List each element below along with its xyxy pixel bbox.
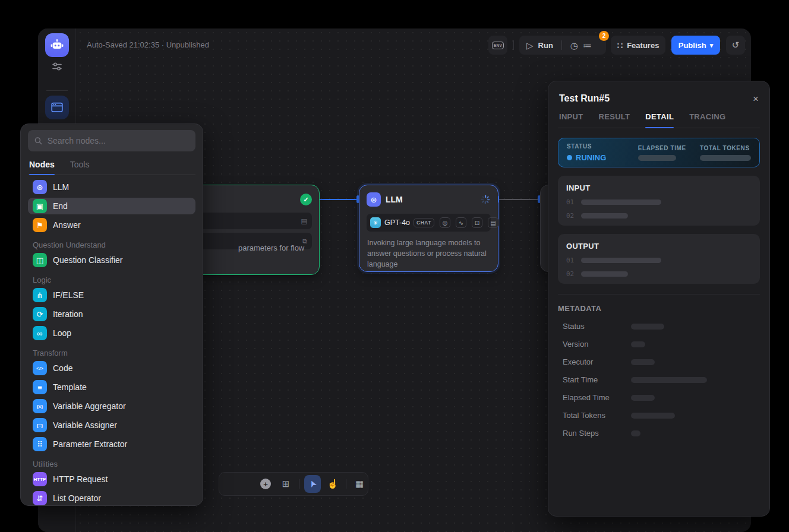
llm-node[interactable]: ⊛ LLM ✳ GPT-4o — [359, 185, 498, 272]
item-label: Variable Aggregator — [53, 401, 126, 411]
palette-item-llm[interactable]: ⊛ LLM — [28, 179, 195, 195]
start-node-description: parameters for flow — [238, 242, 314, 254]
item-label: List Operator — [53, 493, 101, 503]
list-operator-icon: ⇵ — [33, 491, 47, 505]
item-label: Answer — [53, 220, 81, 230]
metadata-label: METADATA — [558, 304, 760, 313]
hand-mode-button[interactable]: ☝ — [324, 475, 341, 493]
run-button[interactable]: Run — [538, 41, 553, 50]
code-icon: </> — [33, 361, 47, 375]
palette-item-answer[interactable]: ⚑ Answer — [28, 217, 195, 233]
skeleton-bar — [631, 359, 655, 365]
publish-label: Publish — [678, 41, 706, 50]
section-question-understand: Question Understand — [28, 240, 195, 249]
hand-icon: ☝ — [327, 479, 339, 489]
env-variables-button[interactable]: ENV — [488, 36, 507, 55]
palette-item-code[interactable]: </> Code — [28, 360, 195, 376]
llm-icon: ⊛ — [367, 192, 381, 207]
loading-spinner-icon — [480, 194, 491, 205]
tab-input[interactable]: INPUT — [559, 112, 583, 128]
section-utilities: Utilities — [28, 460, 195, 468]
loop-icon: ∞ — [33, 326, 47, 340]
metadata-key: Run Steps — [563, 429, 631, 438]
note-icon: ⊞ — [282, 479, 290, 489]
item-label: LLM — [53, 182, 69, 192]
output-label: OUTPUT — [566, 242, 752, 251]
line-number: 02 — [566, 270, 574, 278]
preferences-sliders-icon[interactable] — [51, 61, 63, 72]
play-icon: ▷ — [526, 41, 534, 50]
preview-panel-button[interactable] — [45, 96, 69, 119]
video-icon: ⊡ — [472, 217, 482, 228]
toolbar-divider — [346, 479, 346, 489]
item-label: IF/ELSE — [53, 290, 84, 300]
answer-icon: ⚑ — [33, 218, 47, 232]
features-button[interactable]: ∷ Features — [611, 36, 665, 55]
tab-nodes[interactable]: Nodes — [29, 160, 55, 175]
run-history-icon[interactable]: ◷ — [570, 41, 578, 50]
status-value: RUNING — [567, 153, 638, 162]
palette-item-iteration[interactable]: ⟳ Iteration — [28, 306, 195, 322]
run-panel-tabs: INPUT RESULT DETAIL TRACING — [558, 112, 760, 128]
search-input[interactable] — [48, 136, 190, 145]
variable-aggregator-icon: {x} — [33, 399, 47, 413]
organize-nodes-button[interactable]: ▦ — [351, 475, 368, 493]
skeleton-bar — [700, 155, 751, 161]
metadata-key: Status — [563, 322, 631, 331]
metadata-row: Total Tokens — [558, 411, 760, 420]
version-history-button[interactable]: ↺ — [726, 36, 745, 55]
start-field-row[interactable]: ▤ — [188, 213, 312, 229]
item-label: Code — [53, 363, 72, 373]
tab-detail[interactable]: DETAIL — [645, 112, 674, 128]
input-label: INPUT — [566, 183, 752, 192]
tab-tools[interactable]: Tools — [70, 160, 90, 175]
search-box[interactable] — [28, 130, 195, 151]
skeleton-bar — [631, 341, 645, 347]
palette-item-question-classifier[interactable]: ◫ Question Classifier — [28, 252, 195, 268]
palette-item-list-operator[interactable]: ⇵ List Operator — [28, 490, 195, 506]
line-number: 01 — [566, 198, 574, 206]
edge-llm-to-end — [499, 199, 538, 200]
metadata-row: Run Steps — [558, 429, 760, 438]
publish-button[interactable]: Publish ▾ — [671, 36, 720, 55]
chevron-down-icon: ▾ — [710, 42, 714, 49]
palette-item-http-request[interactable]: HTTP HTTP Request — [28, 471, 195, 487]
pointer-mode-button[interactable]: ➤ — [304, 475, 321, 493]
robot-icon — [50, 38, 64, 52]
palette-item-variable-aggregator[interactable]: {x} Variable Aggregator — [28, 398, 195, 414]
palette-item-parameter-extractor[interactable]: ⠿ Parameter Extractor — [28, 436, 195, 452]
edge-start-to-llm — [320, 199, 359, 200]
metadata-key: Total Tokens — [563, 411, 631, 420]
section-logic: Logic — [28, 276, 195, 284]
panel-divider — [558, 294, 760, 294]
skeleton-bar — [581, 200, 661, 205]
skeleton-bar — [631, 430, 640, 436]
skeleton-bar — [631, 324, 664, 330]
parameter-extractor-icon: ⠿ — [33, 437, 47, 451]
skeleton-bar — [631, 413, 675, 419]
section-transform: Transform — [28, 349, 195, 357]
palette-item-end[interactable]: ▣ End — [28, 198, 195, 214]
palette-item-if-else[interactable]: ⋔ IF/ELSE — [28, 287, 195, 303]
llm-icon: ⊛ — [33, 180, 47, 194]
run-button-group: ▷ Run ◷ ≔ — [519, 36, 606, 55]
add-node-button[interactable]: + — [257, 475, 274, 493]
audio-icon: ∿ — [456, 217, 466, 228]
add-note-button[interactable]: ⊞ — [277, 475, 294, 493]
palette-item-template[interactable]: ≡ Template — [28, 379, 195, 395]
palette-item-loop[interactable]: ∞ Loop — [28, 325, 195, 341]
canvas-toolbar: + ⊞ ➤ ☝ ▦ — [219, 472, 368, 496]
tab-result[interactable]: RESULT — [599, 112, 630, 128]
test-run-panel: Test Run#5 × INPUT RESULT DETAIL TRACING… — [548, 81, 770, 517]
model-selector[interactable]: ✳ GPT-4o CHAT ◎ ∿ ⊡ ▤ — [367, 214, 491, 232]
line-number: 01 — [566, 256, 574, 264]
palette-item-variable-assigner[interactable]: {=} Variable Assigner — [28, 417, 195, 433]
skeleton-bar — [581, 213, 628, 218]
close-icon[interactable]: × — [753, 94, 759, 104]
tab-tracing[interactable]: TRACING — [689, 112, 725, 128]
item-label: Template — [53, 382, 87, 392]
app-logo[interactable] — [45, 33, 69, 57]
run-panel-title: Test Run#5 — [559, 93, 610, 104]
status-label: STATUS — [567, 143, 638, 150]
checklist-icon[interactable]: ≔ — [583, 41, 592, 50]
